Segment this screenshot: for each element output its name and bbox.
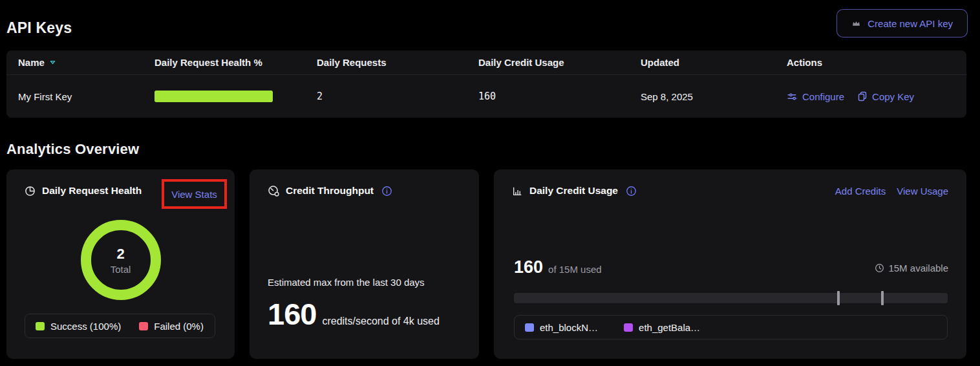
analytics-overview-title: Analytics Overview [6, 141, 139, 158]
dashboard: API Keys Create new API key Name Daily R… [0, 0, 980, 366]
sliders-icon [787, 91, 798, 102]
copy-key-label: Copy Key [872, 91, 914, 102]
card-header: Daily Credit Usage Add Credits View Usag… [512, 185, 948, 197]
info-icon[interactable] [626, 186, 637, 197]
sort-chevron-icon[interactable] [49, 59, 56, 66]
legend-label: eth_blockN… [540, 322, 598, 333]
column-label: Actions [787, 57, 822, 68]
eth-getbalance-swatch [624, 323, 633, 332]
page-title: API Keys [6, 19, 72, 37]
column-label: Daily Credit Usage [478, 57, 564, 68]
column-header-health: Daily Request Health % [154, 57, 317, 68]
legend-item-eth-getbalance: eth_getBala… [624, 322, 700, 333]
request-health-legend: Success (100%) Failed (0%) [25, 314, 215, 338]
column-header-actions: Actions [787, 57, 966, 68]
info-icon[interactable] [381, 186, 392, 197]
usage-marker-tick [881, 291, 884, 305]
donut-total-value: 2 [116, 246, 124, 263]
column-label: Name [18, 57, 45, 68]
updated-cell: Sep 8, 2025 [641, 91, 787, 102]
eth-blocknumber-swatch [525, 323, 534, 332]
daily-credit-usage-cell: 160 [478, 91, 641, 102]
credits-used-value: 160 [514, 257, 543, 277]
throughput-subtitle: Estimated max from the last 30 days [268, 277, 425, 288]
annotation-highlight-box: View Stats [162, 179, 227, 209]
legend-label: eth_getBala… [639, 322, 700, 333]
failed-label: Failed (0%) [154, 321, 204, 332]
throughput-unit-label: credits/second of 4k used [322, 316, 439, 327]
configure-label: Configure [802, 91, 844, 102]
column-header-updated: Updated [641, 57, 787, 68]
copy-key-button[interactable]: Copy Key [857, 91, 914, 102]
column-label: Updated [641, 57, 679, 68]
throughput-value-row: 160 credits/second of 4k used [268, 296, 466, 332]
credits-used-label: of 15M used [548, 264, 602, 275]
legend-item-success: Success (100%) [36, 321, 121, 332]
card-header-links: Add Credits View Usage [835, 186, 948, 197]
request-health-donut-chart: 2 Total [81, 220, 161, 300]
credits-available: 15M available [875, 263, 948, 274]
column-label: Daily Requests [317, 57, 387, 68]
credits-available-label: 15M available [888, 263, 948, 274]
daily-requests-cell: 2 [317, 91, 478, 102]
crown-icon [851, 19, 861, 28]
card-title: Daily Credit Usage [529, 185, 618, 197]
health-bar [154, 91, 273, 102]
daily-credit-usage-card: Daily Credit Usage Add Credits View Usag… [494, 169, 966, 359]
key-name-cell: My First Key [18, 91, 154, 102]
card-title: Daily Request Health [42, 185, 142, 197]
analytics-cards: Daily Request Health View Stats 2 Total … [6, 169, 966, 359]
column-header-requests: Daily Requests [317, 57, 478, 68]
create-api-key-button[interactable]: Create new API key [836, 9, 968, 38]
card-title: Credit Throughput [286, 185, 374, 197]
actions-cell: Configure Copy Key [787, 91, 966, 102]
copy-icon [857, 91, 868, 102]
credit-throughput-card: Credit Throughput Estimated max from the… [250, 169, 479, 359]
view-stats-link[interactable]: View Stats [171, 189, 217, 200]
legend-item-failed: Failed (0%) [139, 321, 204, 332]
column-header-name[interactable]: Name [18, 57, 154, 68]
table-row: My First Key 2 160 Sep 8, 2025 Configure [6, 75, 966, 118]
column-header-credit-usage: Daily Credit Usage [478, 57, 641, 68]
throughput-value: 160 [268, 296, 316, 332]
table-header-row: Name Daily Request Health % Daily Reques… [6, 50, 966, 75]
credit-usage-legend: eth_blockN… eth_getBala… [514, 315, 948, 339]
request-health-donut-wrap: 2 Total [6, 220, 235, 300]
success-label: Success (100%) [50, 321, 121, 332]
health-bar-cell [154, 91, 317, 102]
credit-usage-progress-bar [514, 293, 948, 303]
donut-total-label: Total [111, 264, 131, 275]
legend-item-eth-blocknumber: eth_blockN… [525, 322, 598, 333]
create-api-key-label: Create new API key [868, 18, 953, 29]
usage-marker-tick [837, 291, 840, 305]
pie-chart-icon [25, 186, 36, 197]
daily-request-health-card: Daily Request Health View Stats 2 Total … [6, 169, 235, 359]
configure-button[interactable]: Configure [787, 91, 844, 102]
failed-swatch [139, 322, 148, 330]
view-usage-link[interactable]: View Usage [897, 186, 948, 197]
column-label: Daily Request Health % [154, 57, 262, 68]
gauge-icon [268, 185, 279, 197]
api-keys-table: Name Daily Request Health % Daily Reques… [6, 50, 966, 118]
success-swatch [36, 322, 45, 330]
usage-summary-row: 160 of 15M used 15M available [514, 257, 948, 277]
card-header: Credit Throughput [268, 185, 461, 197]
add-credits-link[interactable]: Add Credits [835, 186, 886, 197]
bar-chart-icon [512, 186, 523, 197]
clock-icon [875, 263, 884, 273]
health-bar-fill [154, 91, 273, 102]
